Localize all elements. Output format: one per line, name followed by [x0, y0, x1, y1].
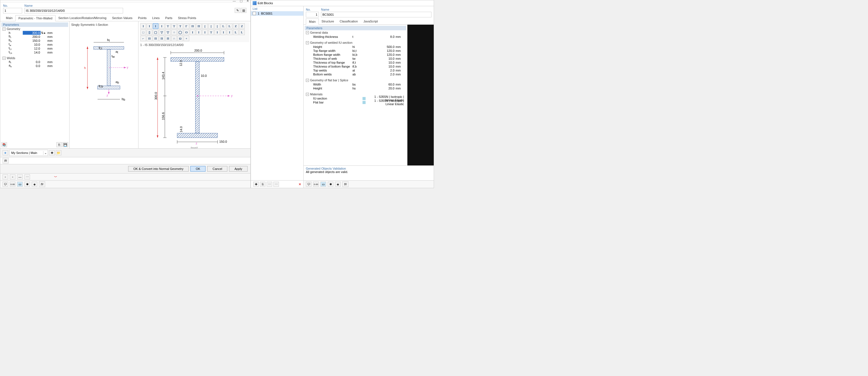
- preview-canvas[interactable]: 200.0 12.0 10.0 14.0: [140, 48, 249, 146]
- copy-icon[interactable]: ⎘: [56, 142, 62, 147]
- flat-group[interactable]: − Geometry of flat bar | Splice: [305, 78, 406, 83]
- tab-section-location[interactable]: Section Location/Rotation/Mirroring: [56, 15, 109, 21]
- r-tab-classification[interactable]: Classification: [337, 19, 361, 24]
- shape-box3[interactable]: ▢: [153, 29, 158, 35]
- flat-param-1[interactable]: Heighths20.0mm: [305, 86, 406, 90]
- name-input[interactable]: [24, 8, 123, 13]
- shape-I3[interactable]: I: [153, 23, 158, 29]
- r-tab-main[interactable]: Main: [306, 19, 319, 25]
- shape-T4[interactable]: Γ: [184, 23, 189, 29]
- param-at[interactable]: at 0.0 mm: [1, 60, 68, 64]
- rsb-icon3[interactable]: ▭: [320, 182, 326, 187]
- library-button[interactable]: 📚: [1, 142, 7, 147]
- edit-name-icon[interactable]: ✎: [235, 8, 240, 13]
- collapse-icon[interactable]: −: [306, 79, 309, 82]
- param-ab[interactable]: ab 0.0 mm: [1, 64, 68, 68]
- tool3-icon[interactable]: ⋯: [267, 182, 272, 187]
- tab-lines[interactable]: Lines: [149, 15, 162, 21]
- sb2-icon1[interactable]: 🗩: [2, 182, 8, 187]
- collapse-icon[interactable]: −: [2, 28, 6, 31]
- chevron-down-icon[interactable]: ⌄: [43, 151, 48, 155]
- iu-param-6[interactable]: Top weldsat2.0mm: [305, 68, 406, 72]
- shape-I5[interactable]: I: [190, 29, 195, 35]
- shape-T3[interactable]: T: [178, 23, 183, 29]
- param-h[interactable]: h 300.0 ⇅ ▸ mm: [1, 31, 68, 35]
- shape-I8[interactable]: I: [215, 29, 220, 35]
- iu-param-0[interactable]: Heighthi500.0mm: [305, 45, 406, 49]
- general-group[interactable]: − General data: [305, 30, 406, 35]
- rsb-icon1[interactable]: 🗩: [306, 182, 311, 187]
- ok-convert-button[interactable]: OK & Convert into Normal Geometry: [128, 166, 189, 171]
- new-icon[interactable]: ✚: [49, 150, 55, 155]
- ok-button[interactable]: OK: [190, 166, 206, 171]
- collapse-icon[interactable]: −: [306, 93, 309, 96]
- mat-row-1[interactable]: Flat bar1 - S355N | Isotropic | Linear E…: [305, 100, 406, 104]
- shape-T1[interactable]: T: [165, 23, 171, 29]
- copy-block-icon[interactable]: ⎘: [260, 182, 266, 187]
- sb2-icon5[interactable]: ◈: [32, 182, 37, 187]
- shape-Z2[interactable]: Z: [239, 23, 245, 29]
- shape-cap[interactable]: ∩: [171, 36, 177, 41]
- tab-main[interactable]: Main: [3, 15, 16, 21]
- shape-I2[interactable]: I: [147, 23, 152, 29]
- delete-icon[interactable]: ✕: [299, 183, 301, 186]
- close-icon[interactable]: ✕: [246, 0, 249, 3]
- welds-group[interactable]: − Welds: [1, 56, 68, 60]
- shape-L4[interactable]: L: [239, 29, 245, 35]
- checkbox-icon[interactable]: [253, 12, 256, 15]
- iu-param-7[interactable]: Bottom weldsab2.0mm: [305, 72, 406, 76]
- shape-box4[interactable]: ▽: [159, 29, 164, 35]
- shape-I1[interactable]: I: [141, 23, 146, 29]
- r-tab-javascript[interactable]: JavaScript: [361, 19, 380, 24]
- iu-param-2[interactable]: Bottom flange widthbi,b120.0mm: [305, 53, 406, 57]
- geometry-group[interactable]: − Geometry: [1, 27, 68, 31]
- favorite-icon[interactable]: ★: [2, 150, 8, 155]
- rsb-icon5[interactable]: ◈: [335, 182, 341, 187]
- r-name-input[interactable]: [321, 12, 432, 18]
- shape-I4[interactable]: I: [159, 23, 164, 29]
- param-tfb[interactable]: tf,b 14.0 mm: [1, 51, 68, 54]
- shape-O2[interactable]: ◯: [178, 29, 183, 35]
- shape-Pi4[interactable]: Π: [153, 36, 158, 41]
- fx-button[interactable]: f#: [2, 158, 9, 163]
- link-icon[interactable]: ▸: [43, 31, 46, 35]
- iu-param-3[interactable]: Thickness of webtw10.0mm: [305, 57, 406, 61]
- sb-icon2[interactable]: ▫: [10, 175, 16, 180]
- shape-L3[interactable]: L: [233, 29, 239, 35]
- shape-box1[interactable]: □: [141, 29, 146, 35]
- tab-stress-points[interactable]: Stress Points: [175, 15, 199, 21]
- rsb-fx[interactable]: f#: [342, 181, 348, 187]
- rsb-icon2[interactable]: 0.00: [313, 182, 319, 187]
- param-tft[interactable]: tf,t 12.0 mm: [1, 46, 68, 51]
- shape-O1[interactable]: ○: [171, 29, 177, 35]
- iu-param-4[interactable]: Thickness of top flangetf,t10.0mm: [305, 61, 406, 64]
- cancel-button[interactable]: Cancel: [207, 166, 227, 171]
- sections-combo[interactable]: My Sections | Main ⌄: [9, 150, 48, 156]
- sb2-icon3[interactable]: ▭: [17, 182, 23, 187]
- tab-parametric[interactable]: Parametric - Thin-Walled: [16, 15, 56, 21]
- shape-Pi1[interactable]: Π: [190, 23, 195, 29]
- shape-Pi6[interactable]: Π: [165, 36, 171, 41]
- shape-C1[interactable]: [: [202, 23, 208, 29]
- param-h-value[interactable]: 300.0: [23, 31, 41, 35]
- shape-T2[interactable]: T: [171, 23, 177, 29]
- sb-icon3[interactable]: —: [17, 175, 23, 180]
- sb2-fx[interactable]: f#: [39, 181, 45, 187]
- shape-omega[interactable]: Ω: [178, 36, 183, 41]
- r-no-input[interactable]: [306, 12, 319, 18]
- shape-box2[interactable]: ▯: [147, 29, 152, 35]
- r-tab-structure[interactable]: Structure: [319, 19, 337, 24]
- tab-parts[interactable]: Parts: [162, 15, 175, 21]
- shape-Z1[interactable]: Z: [233, 23, 239, 29]
- shape-tri[interactable]: ▽: [165, 29, 171, 35]
- param-tw[interactable]: tw 10.0 mm: [1, 42, 68, 46]
- shape-st[interactable]: ⌐: [141, 36, 146, 41]
- sb2-icon4[interactable]: ✱: [24, 182, 30, 187]
- shape-Pi3[interactable]: Π: [147, 36, 152, 41]
- param-bb[interactable]: bb 150.0 mm: [1, 39, 68, 42]
- shape-Pi5[interactable]: Π: [159, 36, 164, 41]
- apply-button[interactable]: Apply: [229, 166, 248, 171]
- dropdown-icon[interactable]: ⌄: [246, 146, 249, 148]
- iu-param-5[interactable]: Thickness of bottom flangetf,b10.0mm: [305, 64, 406, 68]
- rsb-icon4[interactable]: ✱: [328, 182, 333, 187]
